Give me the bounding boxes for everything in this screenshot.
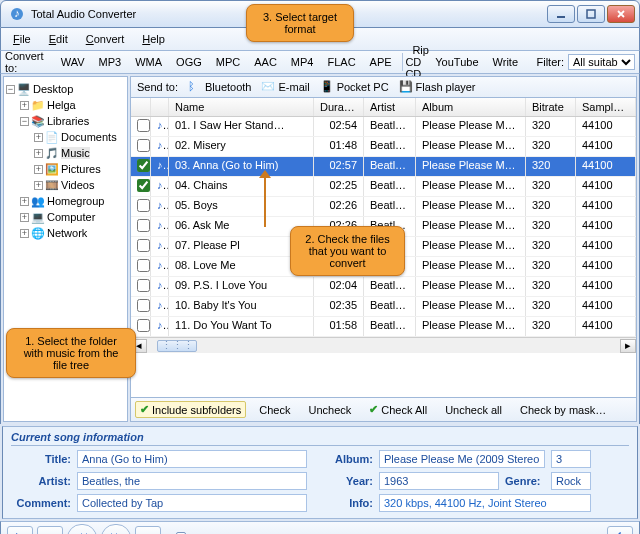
pictures-icon: 🖼️ [45,162,59,176]
format-ape[interactable]: APE [364,53,398,71]
uncheck-button[interactable]: Uncheck [303,402,356,418]
user-folder-icon: 📁 [31,98,45,112]
svg-rect-2 [557,16,565,18]
checkall-button[interactable]: ✔Check All [364,401,432,418]
row-checkbox[interactable] [137,279,150,292]
row-checkbox[interactable] [137,159,150,172]
sendto-flash[interactable]: 💾Flash player [399,80,476,94]
info-info[interactable] [379,494,591,512]
uncheckall-button[interactable]: Uncheck all [440,402,507,418]
network-icon: 🌐 [31,226,45,240]
info-year[interactable] [379,472,499,490]
videos-icon: 🎞️ [45,178,59,192]
song-info-panel: Current song information Title: Album: A… [2,426,638,519]
close-button[interactable] [607,5,635,23]
playback-bar [0,521,640,534]
prev-button[interactable] [67,524,97,534]
row-checkbox[interactable] [137,299,150,312]
computer-icon: 💻 [31,210,45,224]
check-by-mask-button[interactable]: Check by mask… [515,402,611,418]
sendto-bar: Send to: ᛒBluetooth ✉️E-mail 📱Pocket PC … [130,76,637,98]
format-wma[interactable]: WMA [129,53,168,71]
format-aac[interactable]: AAC [248,53,283,71]
check-toolbar: ✔Include subfolders Check Uncheck ✔Check… [130,398,637,422]
table-row[interactable]: 09. P.S. I Love You02:04Beatles…Please P… [131,277,636,297]
audio-file-icon [157,139,163,151]
format-flac[interactable]: FLAC [321,53,361,71]
email-icon: ✉️ [261,80,275,94]
info-comment[interactable] [77,494,307,512]
menu-convert[interactable]: Convert [78,31,133,47]
desktop-icon: 🖥️ [17,82,31,96]
row-checkbox[interactable] [137,219,150,232]
sendto-label: Send to: [137,81,178,93]
row-checkbox[interactable] [137,179,150,192]
format-mpc[interactable]: MPC [210,53,246,71]
audio-file-icon [157,299,163,311]
audio-file-icon [157,159,163,171]
table-row[interactable]: 04. Chains02:25Beatles…Please Please Me … [131,177,636,197]
sendto-pocketpc[interactable]: 📱Pocket PC [320,80,389,94]
list-header: Name Duration Artist Album Bitrate Sampl… [131,98,636,117]
bluetooth-icon: ᛒ [188,80,202,94]
audio-file-icon [157,219,163,231]
maximize-button[interactable] [577,5,605,23]
homegroup-icon: 👥 [31,194,45,208]
row-checkbox[interactable] [137,239,150,252]
sendto-email[interactable]: ✉️E-mail [261,80,309,94]
callout-1: 1. Select the folder with music from the… [6,328,136,378]
table-row[interactable]: 11. Do You Want To01:58Beatles…Please Pl… [131,317,636,337]
table-row[interactable]: 10. Baby It's You02:35Beatles…Please Ple… [131,297,636,317]
table-row[interactable]: 02. Misery01:48Beatles…Please Please Me … [131,137,636,157]
app-icon: ♪ [9,6,25,22]
row-checkbox[interactable] [137,119,150,132]
menu-file[interactable]: File [5,31,39,47]
filter-label: Filter: [537,56,565,68]
convert-toolbar: Convert to: WAVMP3WMAOGGMPCAACMP4FLACAPE… [0,50,640,74]
format-mp4[interactable]: MP4 [285,53,320,71]
include-subfolders-button[interactable]: ✔Include subfolders [135,401,246,418]
check-button[interactable]: Check [254,402,295,418]
tree-music-node[interactable]: +🎵Music [6,145,125,161]
volume-button[interactable] [607,526,633,534]
menu-edit[interactable]: Edit [41,31,76,47]
minimize-button[interactable] [547,5,575,23]
format-ogg[interactable]: OGG [170,53,208,71]
callout-2: 2. Check the files that you want to conv… [290,226,405,276]
info-artist[interactable] [77,472,307,490]
audio-file-icon [157,199,163,211]
documents-icon: 📄 [45,130,59,144]
info-album[interactable] [379,450,545,468]
info-track[interactable] [551,450,591,468]
format-mp3[interactable]: MP3 [93,53,128,71]
flash-icon: 💾 [399,80,413,94]
filter-select[interactable]: All suitab [568,54,635,70]
play-button[interactable] [7,526,33,534]
sendto-bluetooth[interactable]: ᛒBluetooth [188,80,251,94]
info-header: Current song information [11,431,629,446]
table-row[interactable]: 03. Anna (Go to Him)02:57Beatles…Please … [131,157,636,177]
audio-file-icon [157,119,163,131]
row-checkbox[interactable] [137,139,150,152]
horizontal-scrollbar[interactable]: ◂⋮⋮⋮▸ [131,337,636,353]
toolbar-youtube[interactable]: YouTube [429,53,484,71]
format-wav[interactable]: WAV [55,53,91,71]
row-checkbox[interactable] [137,319,150,332]
table-row[interactable]: 05. Boys02:26Beatles…Please Please Me …3… [131,197,636,217]
audio-file-icon [157,279,163,291]
pocketpc-icon: 📱 [320,80,334,94]
callout-3: 3. Select target format [246,4,354,42]
audio-file-icon [157,319,163,331]
table-row[interactable]: 01. I Saw Her Stand…02:54Beatles…Please … [131,117,636,137]
info-genre[interactable] [551,472,591,490]
next-button[interactable] [101,524,131,534]
row-checkbox[interactable] [137,199,150,212]
info-title[interactable] [77,450,307,468]
music-icon: 🎵 [45,146,59,160]
audio-file-icon [157,179,163,191]
stop-button[interactable] [37,526,63,534]
audio-file-icon [157,239,163,251]
row-checkbox[interactable] [137,259,150,272]
menu-help[interactable]: Help [134,31,173,47]
pause-button[interactable] [135,526,161,534]
